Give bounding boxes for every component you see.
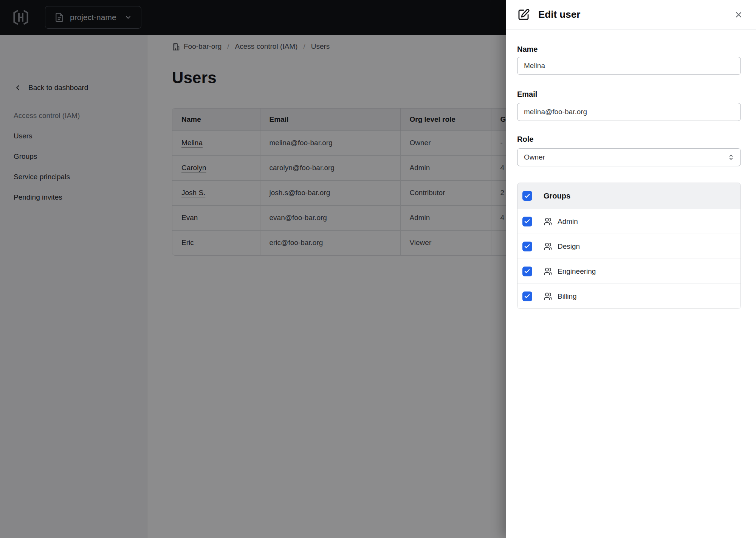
group-row-design: Design (517, 234, 741, 259)
check-icon (524, 293, 530, 299)
group-checkbox-admin[interactable] (522, 217, 532, 226)
drawer-header: Edit user (506, 0, 756, 29)
group-label: Design (558, 242, 580, 251)
check-icon (524, 218, 530, 225)
users-icon (544, 292, 553, 301)
name-field-group: Name (517, 45, 741, 75)
close-icon (734, 10, 743, 19)
check-icon (524, 243, 530, 250)
groups-header-row: Groups (517, 183, 741, 209)
group-checkbox-billing[interactable] (522, 291, 532, 301)
group-row-admin: Admin (517, 209, 741, 234)
role-field-label: Role (517, 135, 741, 144)
role-field-group: Role Owner (517, 135, 741, 166)
email-field[interactable] (517, 103, 741, 121)
groups-header-label: Groups (544, 192, 570, 200)
groups-select-all-checkbox[interactable] (522, 191, 532, 201)
check-icon (524, 193, 530, 199)
chevrons-up-down-icon (727, 153, 735, 161)
group-label: Billing (558, 292, 577, 301)
groups-checklist: Groups Admin (517, 183, 741, 309)
role-select[interactable]: Owner (517, 148, 741, 166)
email-field-group: Email (517, 90, 741, 121)
email-field-label: Email (517, 90, 741, 99)
group-checkbox-design[interactable] (522, 242, 532, 251)
users-icon (544, 242, 553, 251)
users-icon (544, 217, 553, 226)
close-button[interactable] (730, 6, 747, 23)
group-checkbox-engineering[interactable] (522, 267, 532, 276)
name-field[interactable] (517, 57, 741, 75)
check-icon (524, 268, 530, 274)
name-field-label: Name (517, 45, 741, 54)
role-select-value: Owner (524, 153, 545, 161)
drawer-body: Name Email Role Owner (506, 29, 756, 309)
group-label: Admin (558, 217, 578, 226)
group-row-billing: Billing (517, 284, 741, 309)
drawer-title: Edit user (538, 9, 580, 20)
group-label: Engineering (558, 267, 596, 276)
edit-user-drawer: Edit user Name Email Role Owner (506, 0, 756, 538)
users-icon (544, 267, 553, 276)
edit-pencil-square-icon (517, 8, 530, 21)
group-row-engineering: Engineering (517, 259, 741, 284)
